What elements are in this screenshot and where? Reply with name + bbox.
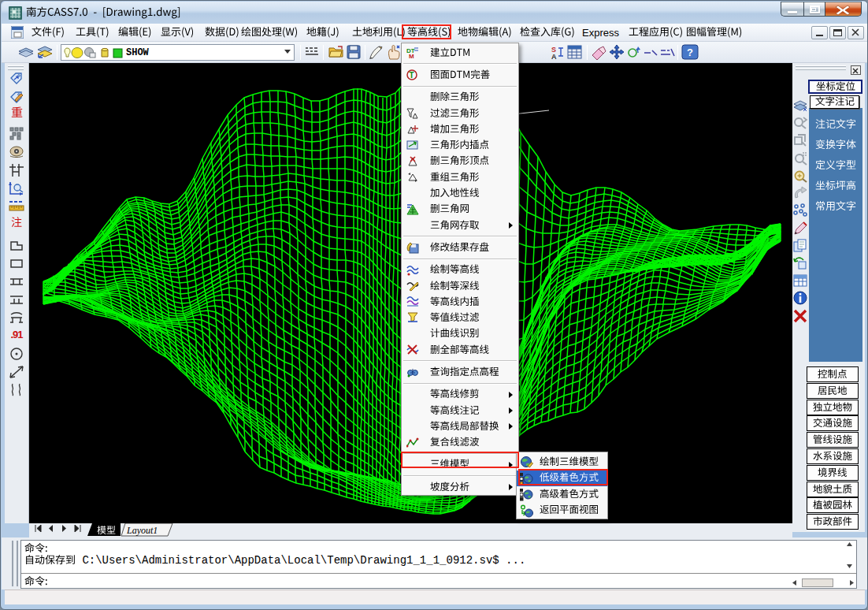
- svg-text:M: M: [409, 53, 414, 59]
- svg-text:?: ?: [687, 46, 693, 58]
- svg-text:A: A: [551, 53, 557, 60]
- svg-text:T: T: [410, 71, 414, 80]
